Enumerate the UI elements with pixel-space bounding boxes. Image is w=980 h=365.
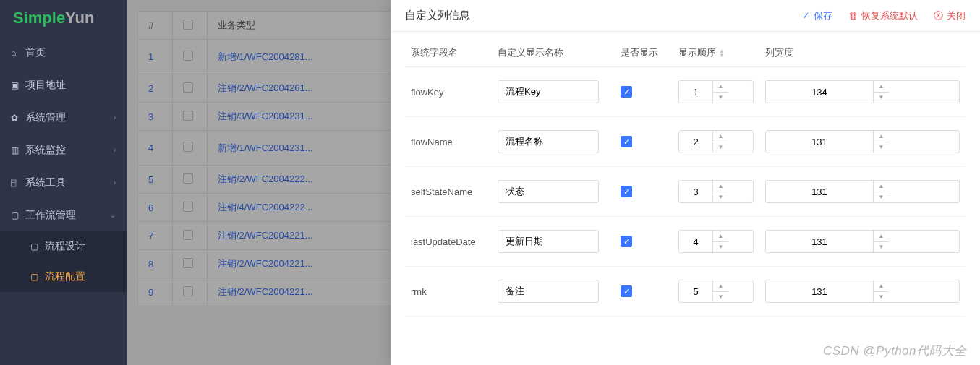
display-name-input[interactable] xyxy=(498,180,599,203)
step-down-icon[interactable]: ▼ xyxy=(713,142,728,153)
step-down-icon[interactable]: ▼ xyxy=(874,192,889,203)
menu-icon: ▢ xyxy=(11,210,25,220)
width-value[interactable] xyxy=(766,231,873,252)
step-down-icon[interactable]: ▼ xyxy=(713,93,728,103)
th-show: 是否显示 xyxy=(615,39,673,67)
width-value[interactable] xyxy=(766,181,873,202)
step-up-icon[interactable]: ▲ xyxy=(713,131,728,142)
width-value[interactable] xyxy=(766,81,873,103)
order-stepper[interactable]: ▲▼ xyxy=(678,230,754,253)
order-value[interactable] xyxy=(679,280,712,302)
step-down-icon[interactable]: ▼ xyxy=(713,242,728,253)
field-name: lastUpdateDate xyxy=(405,217,492,267)
th-width: 列宽度 xyxy=(759,39,966,67)
config-row: flowKey ✓ ▲▼ ▲▼ xyxy=(405,67,966,117)
step-down-icon[interactable]: ▼ xyxy=(713,192,728,203)
step-down-icon[interactable]: ▼ xyxy=(874,292,889,303)
order-value[interactable] xyxy=(679,231,712,252)
menu-label: 工作流管理 xyxy=(25,209,76,222)
menu-label: 系统工具 xyxy=(25,176,66,189)
step-up-icon[interactable]: ▲ xyxy=(874,131,889,142)
sidebar-item-0[interactable]: ⌂首页 xyxy=(0,36,127,69)
menu-label: 系统管理 xyxy=(25,111,66,124)
step-up-icon[interactable]: ▲ xyxy=(713,81,728,93)
step-down-icon[interactable]: ▼ xyxy=(874,242,889,253)
menu-icon: ⌸ xyxy=(11,178,25,188)
close-icon: ⓧ xyxy=(934,9,943,22)
logo: SimpleYun xyxy=(0,0,127,36)
show-checkbox[interactable]: ✓ xyxy=(621,285,632,297)
check-icon: ✓ xyxy=(802,10,810,21)
menu-icon: ▣ xyxy=(11,80,25,90)
menu-icon: ⌂ xyxy=(11,48,25,58)
submenu-label: 流程设计 xyxy=(45,240,85,253)
submenu-icon: ▢ xyxy=(30,241,45,252)
step-up-icon[interactable]: ▲ xyxy=(713,280,728,292)
step-up-icon[interactable]: ▲ xyxy=(713,181,728,192)
width-value[interactable] xyxy=(766,131,873,153)
save-button[interactable]: ✓ 保存 xyxy=(802,9,832,22)
width-stepper[interactable]: ▲▼ xyxy=(765,230,960,253)
close-label: 关闭 xyxy=(947,9,966,22)
chevron-icon: ⌄ xyxy=(110,211,116,219)
sidebar: SimpleYun ⌂首页▣项目地址✿系统管理›▥系统监控›⌸系统工具›▢工作流… xyxy=(0,0,127,365)
width-stepper[interactable]: ▲▼ xyxy=(765,130,960,153)
order-value[interactable] xyxy=(679,131,712,153)
display-name-input[interactable] xyxy=(498,230,599,253)
order-value[interactable] xyxy=(679,181,712,202)
show-checkbox[interactable]: ✓ xyxy=(621,136,632,147)
save-label: 保存 xyxy=(814,9,832,22)
sort-icon[interactable]: ▲▼ xyxy=(719,49,725,58)
sidebar-item-2[interactable]: ✿系统管理› xyxy=(0,101,127,134)
order-stepper[interactable]: ▲▼ xyxy=(678,80,754,103)
field-name: selfStateName xyxy=(405,167,492,217)
display-name-input[interactable] xyxy=(498,80,599,103)
submenu-label: 流程配置 xyxy=(45,270,85,283)
show-checkbox[interactable]: ✓ xyxy=(621,186,632,197)
step-up-icon[interactable]: ▲ xyxy=(874,81,889,93)
step-up-icon[interactable]: ▲ xyxy=(713,231,728,242)
display-name-input[interactable] xyxy=(498,130,599,153)
display-name-input[interactable] xyxy=(498,280,599,303)
sidebar-item-4[interactable]: ⌸系统工具› xyxy=(0,166,127,199)
restore-button[interactable]: 🗑 恢复系统默认 xyxy=(848,9,918,22)
field-name: rmk xyxy=(405,267,492,317)
th-field: 系统字段名 xyxy=(405,39,492,67)
step-up-icon[interactable]: ▲ xyxy=(874,231,889,242)
th-display: 自定义显示名称 xyxy=(492,39,615,67)
field-name: flowKey xyxy=(405,67,492,117)
field-name: flowName xyxy=(405,117,492,167)
sidebar-item-5[interactable]: ▢工作流管理⌄ xyxy=(0,199,127,231)
step-down-icon[interactable]: ▼ xyxy=(874,142,889,153)
step-down-icon[interactable]: ▼ xyxy=(713,292,728,303)
sidebar-subitem-1[interactable]: ▢流程配置 xyxy=(0,262,127,292)
logo-part2: Yun xyxy=(65,9,94,27)
column-config-table: 系统字段名 自定义显示名称 是否显示 显示顺序▲▼ 列宽度 flowKey ✓ … xyxy=(405,39,966,317)
sidebar-item-3[interactable]: ▥系统监控› xyxy=(0,134,127,166)
width-stepper[interactable]: ▲▼ xyxy=(765,280,960,303)
menu-label: 项目地址 xyxy=(25,79,66,92)
order-value[interactable] xyxy=(679,81,712,103)
step-up-icon[interactable]: ▲ xyxy=(874,181,889,192)
width-stepper[interactable]: ▲▼ xyxy=(765,80,960,103)
step-down-icon[interactable]: ▼ xyxy=(874,93,889,103)
logo-part1: Simple xyxy=(13,9,65,27)
step-up-icon[interactable]: ▲ xyxy=(874,280,889,292)
sidebar-subitem-0[interactable]: ▢流程设计 xyxy=(0,231,127,262)
submenu-icon: ▢ xyxy=(30,272,45,282)
width-stepper[interactable]: ▲▼ xyxy=(765,180,960,203)
sidebar-item-1[interactable]: ▣项目地址 xyxy=(0,69,127,101)
config-row: rmk ✓ ▲▼ ▲▼ xyxy=(405,267,966,317)
order-stepper[interactable]: ▲▼ xyxy=(678,130,754,153)
menu-label: 首页 xyxy=(25,46,46,59)
chevron-icon: › xyxy=(114,113,116,121)
close-button[interactable]: ⓧ 关闭 xyxy=(934,9,966,22)
show-checkbox[interactable]: ✓ xyxy=(621,236,632,247)
order-stepper[interactable]: ▲▼ xyxy=(678,180,754,203)
chevron-icon: › xyxy=(114,146,116,154)
order-stepper[interactable]: ▲▼ xyxy=(678,280,754,303)
th-order[interactable]: 显示顺序▲▼ xyxy=(673,39,759,67)
trash-icon: 🗑 xyxy=(848,10,858,21)
show-checkbox[interactable]: ✓ xyxy=(621,86,632,98)
width-value[interactable] xyxy=(766,280,873,302)
